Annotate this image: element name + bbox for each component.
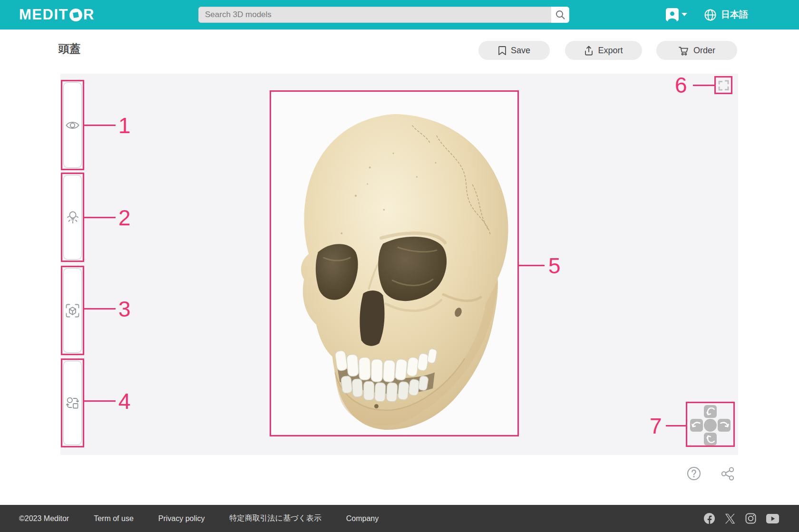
rotate-left-icon <box>690 419 703 432</box>
logo-text-suffix: R <box>83 6 95 23</box>
rotate-down-icon <box>704 433 717 445</box>
search-button[interactable] <box>551 7 569 23</box>
language-label: 日本語 <box>721 9 748 21</box>
bookmark-icon <box>498 46 507 56</box>
annotation-box-2 <box>61 173 84 262</box>
language-selector[interactable]: 日本語 <box>704 8 748 22</box>
footer-social <box>704 513 799 524</box>
facebook-icon[interactable] <box>704 513 715 524</box>
annotation-line-4 <box>84 400 116 402</box>
cube-scan-icon <box>65 303 80 318</box>
instagram-icon[interactable] <box>745 513 756 524</box>
annotation-line-1 <box>84 125 116 126</box>
order-label: Order <box>693 46 715 56</box>
save-button[interactable]: Save <box>478 41 550 60</box>
search-input[interactable] <box>198 7 551 23</box>
annotation-label-5: 5 <box>548 255 561 277</box>
footer-link-terms[interactable]: Term of use <box>94 514 134 523</box>
meditor-app: MEDITR <box>0 0 799 532</box>
share-icon <box>721 467 735 481</box>
copyright-text: ©2023 Meditor <box>19 514 69 523</box>
cart-icon <box>678 46 689 56</box>
share-button[interactable] <box>721 467 735 481</box>
search-bar <box>198 7 569 23</box>
youtube-icon[interactable] <box>766 514 779 523</box>
model-viewport[interactable] <box>270 90 519 436</box>
export-button[interactable]: Export <box>565 41 642 60</box>
footer-link-company[interactable]: Company <box>346 514 379 523</box>
x-icon[interactable] <box>725 513 735 524</box>
export-label: Export <box>598 46 623 56</box>
user-icon <box>666 10 678 21</box>
annotation-label-4: 4 <box>118 390 131 412</box>
logo-o-icon <box>69 9 82 21</box>
logo-text-prefix: MEDIT <box>19 6 68 23</box>
footer-link-commercial-law[interactable]: 特定商取引法に基づく表示 <box>230 513 322 523</box>
light-icon <box>66 210 79 224</box>
fullscreen-icon <box>718 79 730 91</box>
globe-icon <box>704 9 717 21</box>
rotate-right-icon <box>718 419 731 432</box>
annotation-label-6: 6 <box>675 74 687 96</box>
annotation-box-1 <box>61 80 84 170</box>
annotation-label-7: 7 <box>650 415 662 437</box>
help-button[interactable] <box>687 466 701 481</box>
user-menu-button[interactable] <box>666 8 679 21</box>
rotate-up-button[interactable] <box>704 405 717 418</box>
annotation-box-6 <box>714 76 732 94</box>
rotate-left-button[interactable] <box>690 419 703 432</box>
lighting-tool-button[interactable] <box>63 175 82 260</box>
top-bar: MEDITR <box>0 0 799 29</box>
order-button[interactable]: Order <box>656 41 737 60</box>
footer-links: ©2023 Meditor Term of use Privacy policy… <box>0 513 379 523</box>
page-title: 頭蓋 <box>58 41 80 56</box>
swap-model-tool-button[interactable] <box>63 361 82 445</box>
visibility-tool-button[interactable] <box>63 82 82 168</box>
annotation-box-7 <box>686 402 735 447</box>
help-icon <box>687 466 701 481</box>
annotation-box-3 <box>61 266 84 355</box>
skull-3d-model <box>271 92 517 435</box>
annotation-label-3: 3 <box>118 298 131 320</box>
footer: ©2023 Meditor Term of use Privacy policy… <box>0 505 799 532</box>
rotation-center-button[interactable] <box>704 419 717 432</box>
rotate-down-button[interactable] <box>704 433 717 445</box>
annotation-line-5 <box>519 265 545 266</box>
model-viewer-area: 1 2 <box>60 74 738 455</box>
search-icon <box>555 10 565 20</box>
chevron-down-icon[interactable] <box>682 13 687 16</box>
rotate-right-button[interactable] <box>718 419 731 432</box>
annotation-line-3 <box>84 308 116 310</box>
fullscreen-button[interactable] <box>718 79 730 91</box>
app-logo: MEDITR <box>19 0 95 29</box>
annotation-label-2: 2 <box>118 207 131 229</box>
rotate-up-icon <box>704 405 717 418</box>
view-3d-tool-button[interactable] <box>63 268 82 353</box>
annotation-line-6 <box>693 85 714 86</box>
save-label: Save <box>511 46 530 56</box>
export-icon <box>584 45 594 56</box>
annotation-line-2 <box>84 217 116 218</box>
annotation-label-1: 1 <box>118 115 131 136</box>
swap-icon <box>66 397 79 409</box>
annotation-line-7 <box>666 425 686 426</box>
annotation-box-4 <box>61 358 84 447</box>
eye-icon <box>65 120 80 131</box>
footer-link-privacy[interactable]: Privacy policy <box>158 514 205 523</box>
